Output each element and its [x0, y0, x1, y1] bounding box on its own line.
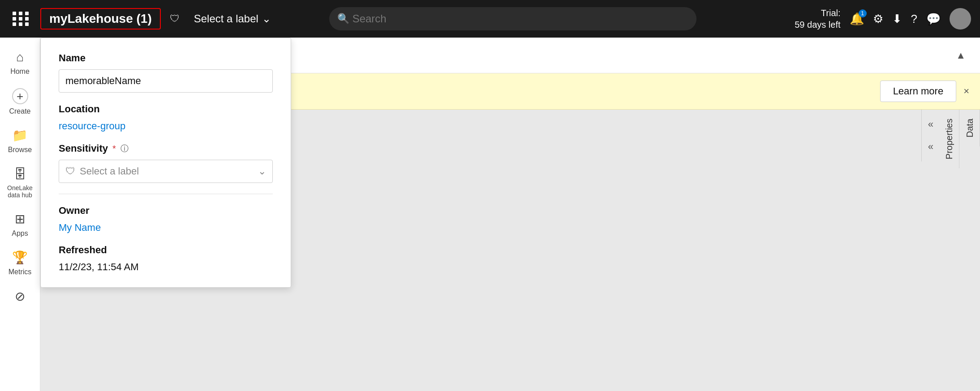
- sidebar-item-create-label: Create: [9, 107, 30, 115]
- help-icon[interactable]: ?: [911, 12, 917, 26]
- metrics-icon: 🏆: [12, 250, 28, 265]
- sidebar-item-metrics-label: Metrics: [9, 268, 32, 276]
- topbar: myLakehouse (1) 🛡 Select a label ⌄ 🔍 Tri…: [0, 0, 980, 38]
- main-layout: ⌂ Home + Create 📁 Browse 🗄 OneLake data …: [0, 38, 980, 391]
- sidebar-item-browse-label: Browse: [8, 145, 32, 154]
- sidebar-item-apps-label: Apps: [12, 229, 28, 238]
- search-icon: 🔍: [337, 13, 349, 25]
- sidebar: ⌂ Home + Create 📁 Browse 🗄 OneLake data …: [0, 38, 40, 391]
- name-input[interactable]: [59, 69, 273, 93]
- app-title: myLakehouse (1): [49, 12, 152, 26]
- notification-bell[interactable]: 🔔 1: [850, 12, 864, 26]
- sidebar-item-browse[interactable]: 📁 Browse: [2, 123, 38, 159]
- sidebar-item-apps[interactable]: ⊞ Apps: [2, 206, 38, 243]
- app-title-box: myLakehouse (1): [40, 8, 161, 30]
- more-icon: ⊘: [15, 289, 25, 304]
- data-label: Data: [965, 119, 975, 137]
- search-box: 🔍: [329, 7, 696, 30]
- create-icon: +: [12, 88, 28, 104]
- properties-label: Properties: [944, 119, 954, 159]
- divider: [59, 194, 273, 194]
- sensitivity-dropdown-left: 🛡 Select a label: [65, 166, 139, 177]
- search-input[interactable]: [329, 7, 696, 30]
- sensitivity-label: Sensitivity: [59, 143, 108, 154]
- learn-more-button[interactable]: Learn more: [880, 81, 957, 102]
- trial-days: 59 days left: [795, 19, 840, 30]
- sidebar-item-metrics[interactable]: 🏆 Metrics: [2, 245, 38, 281]
- settings-icon[interactable]: ⚙: [873, 12, 883, 26]
- info-icon[interactable]: ⓘ: [120, 143, 129, 154]
- banner-close-icon[interactable]: ×: [963, 85, 969, 97]
- topbar-right: Trial: 59 days left 🔔 1 ⚙ ⬇ ? 💬: [795, 7, 971, 30]
- sidebar-item-home-label: Home: [10, 67, 30, 76]
- refreshed-value: 11/2/23, 11:54 AM: [59, 261, 273, 273]
- download-icon[interactable]: ⬇: [892, 12, 902, 26]
- sensitivity-shield-icon: 🛡: [65, 166, 75, 177]
- dropdown-panel: Name Location resource-group Sensitivity…: [40, 38, 291, 288]
- trial-label: Trial:: [795, 7, 840, 19]
- select-label-button[interactable]: Select a label ⌄: [189, 10, 276, 28]
- onelake-icon: 🗄: [14, 167, 26, 182]
- side-panel-arrows: « «: [921, 110, 940, 162]
- toolbar-collapse-up[interactable]: ▲: [952, 46, 969, 65]
- feedback-icon[interactable]: 💬: [926, 12, 941, 26]
- select-label-text: Select a label: [194, 13, 258, 25]
- sensitivity-dropdown[interactable]: 🛡 Select a label ⌄: [59, 160, 273, 183]
- sensitivity-row: Sensitivity * ⓘ: [59, 143, 273, 154]
- apps-icon: ⊞: [15, 212, 25, 226]
- home-icon: ⌂: [16, 50, 24, 64]
- location-label: Location: [59, 103, 273, 115]
- avatar[interactable]: [950, 8, 971, 30]
- chevron-down-icon: ⌄: [262, 13, 271, 25]
- owner-value[interactable]: My Name: [59, 222, 273, 234]
- sidebar-item-create[interactable]: + Create: [2, 83, 38, 121]
- required-star: *: [112, 144, 116, 154]
- location-value[interactable]: resource-group: [59, 120, 273, 132]
- sidebar-item-home[interactable]: ⌂ Home: [2, 45, 38, 81]
- side-panels: « « Properties Data: [921, 110, 980, 391]
- chevron-down-icon-dropdown: ⌄: [258, 166, 266, 177]
- properties-panel-tab[interactable]: Properties: [940, 110, 959, 168]
- trial-info: Trial: 59 days left: [795, 7, 840, 30]
- collapse-left2-icon[interactable]: «: [924, 137, 937, 156]
- sidebar-item-onelake-label: OneLake data hub: [6, 184, 34, 200]
- data-panel-tab[interactable]: Data: [960, 110, 980, 146]
- name-label: Name: [59, 52, 273, 64]
- collapse-left-icon[interactable]: «: [924, 115, 937, 134]
- browse-icon: 📁: [12, 128, 28, 143]
- sensitivity-placeholder: Select a label: [80, 166, 139, 177]
- notification-count: 1: [859, 9, 867, 17]
- apps-grid-icon[interactable]: [9, 8, 33, 30]
- sidebar-item-onelake[interactable]: 🗄 OneLake data hub: [2, 162, 38, 205]
- shield-icon: 🛡: [170, 13, 180, 25]
- owner-label: Owner: [59, 205, 273, 217]
- sidebar-item-more[interactable]: ⊘: [2, 284, 38, 309]
- refreshed-label: Refreshed: [59, 244, 273, 256]
